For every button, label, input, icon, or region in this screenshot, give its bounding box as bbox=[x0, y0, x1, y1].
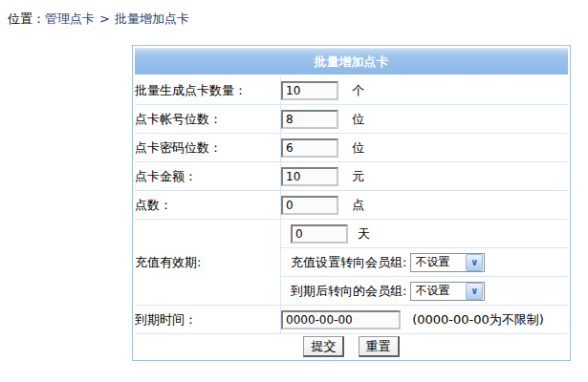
expire-redirect-selected-value: 不设置 bbox=[411, 283, 465, 299]
chevron-down-icon[interactable]: ∨ bbox=[466, 254, 483, 271]
batch-add-card-panel: 批量增加点卡 批量生成点卡数量： 个 点卡帐号位数： 位 点卡密码位数： 位 点… bbox=[132, 45, 571, 361]
expire-date-input[interactable] bbox=[281, 310, 401, 329]
amount-unit-label: 元 bbox=[352, 169, 364, 183]
amount-label: 点卡金额： bbox=[135, 162, 281, 191]
form-row-amount: 点卡金额： 元 bbox=[135, 162, 568, 191]
form-row-points: 点数： 点 bbox=[135, 191, 568, 220]
quantity-input[interactable] bbox=[281, 81, 338, 100]
quantity-unit-label: 个 bbox=[352, 83, 364, 97]
points-unit-label: 点 bbox=[352, 198, 364, 212]
breadcrumb-separator: > bbox=[99, 11, 110, 26]
account-digits-input[interactable] bbox=[281, 110, 338, 129]
points-input[interactable] bbox=[281, 196, 338, 215]
form-row-validity: 充值有效期: 天 充值设置转向会员组: 不设置 ∨ 到期后转向的会员组: 不 bbox=[135, 220, 568, 306]
panel-title: 批量增加点卡 bbox=[135, 48, 568, 74]
form-row-expire-date: 到期时间： (0000-00-00为不限制) bbox=[135, 306, 568, 334]
points-label: 点数： bbox=[135, 191, 281, 220]
password-digits-unit-label: 位 bbox=[352, 140, 364, 155]
validity-days-subrow: 天 bbox=[281, 220, 568, 247]
expire-date-hint: (0000-00-00为不限制) bbox=[412, 312, 544, 327]
amount-input[interactable] bbox=[281, 167, 338, 186]
submit-button[interactable]: 提交 bbox=[303, 336, 344, 357]
recharge-redirect-selected-value: 不设置 bbox=[411, 254, 465, 270]
form-row-buttons: 提交 重置 bbox=[135, 334, 568, 359]
password-digits-input[interactable] bbox=[281, 138, 338, 158]
breadcrumb-link-manage-cards[interactable]: 管理点卡 bbox=[45, 11, 95, 26]
expire-redirect-select[interactable]: 不设置 ∨ bbox=[410, 282, 485, 301]
account-digits-label: 点卡帐号位数： bbox=[135, 105, 281, 134]
quantity-label: 批量生成点卡数量： bbox=[135, 76, 281, 105]
reset-button[interactable]: 重置 bbox=[359, 336, 400, 357]
validity-days-unit-label: 天 bbox=[358, 225, 370, 243]
expire-redirect-subrow: 到期后转向的会员组: 不设置 ∨ bbox=[281, 276, 568, 305]
batch-add-card-form: 批量生成点卡数量： 个 点卡帐号位数： 位 点卡密码位数： 位 点卡金额： bbox=[135, 76, 568, 358]
expire-redirect-label: 到期后转向的会员组: bbox=[291, 283, 406, 300]
account-digits-unit-label: 位 bbox=[352, 112, 364, 126]
breadcrumb: 位置：管理点卡>批量增加点卡 bbox=[8, 11, 189, 28]
chevron-down-icon[interactable]: ∨ bbox=[466, 283, 483, 300]
breadcrumb-link-batch-add-cards[interactable]: 批量增加点卡 bbox=[115, 11, 189, 26]
breadcrumb-prefix: 位置： bbox=[8, 11, 45, 26]
form-row-password-digits: 点卡密码位数： 位 bbox=[135, 134, 568, 162]
validity-label: 充值有效期: bbox=[135, 220, 281, 306]
validity-days-input[interactable] bbox=[291, 224, 348, 244]
form-row-quantity: 批量生成点卡数量： 个 bbox=[135, 76, 568, 105]
form-row-account-digits: 点卡帐号位数： 位 bbox=[135, 105, 568, 134]
recharge-redirect-label: 充值设置转向会员组: bbox=[291, 254, 406, 271]
recharge-redirect-select[interactable]: 不设置 ∨ bbox=[410, 253, 485, 272]
password-digits-label: 点卡密码位数： bbox=[135, 134, 281, 162]
expire-date-label: 到期时间： bbox=[135, 306, 281, 334]
recharge-redirect-subrow: 充值设置转向会员组: 不设置 ∨ bbox=[281, 247, 568, 276]
